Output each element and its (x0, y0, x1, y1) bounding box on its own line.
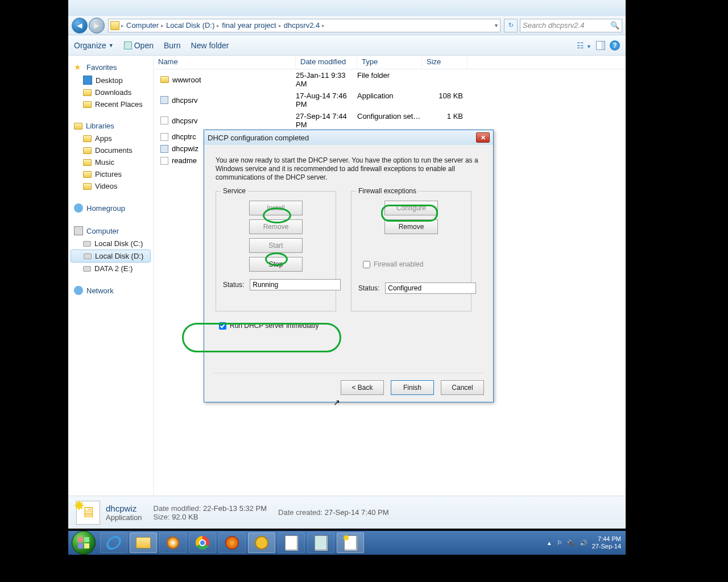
sidebar-item-desktop[interactable]: Desktop (71, 74, 151, 86)
taskbar-firefox[interactable] (218, 533, 246, 553)
col-size[interactable]: Size (422, 56, 468, 69)
file-icon (160, 157, 168, 165)
firewall-status-label: Status: (358, 284, 379, 292)
preview-pane-button[interactable] (596, 41, 605, 50)
col-date[interactable]: Date modified (296, 56, 357, 69)
desktop-icon (83, 76, 92, 85)
file-row[interactable]: wwwroot25-Jan-11 9:33 AMFile folder (154, 69, 626, 90)
folder-icon (110, 21, 119, 30)
sidebar-item-recent[interactable]: Recent Places (71, 98, 151, 110)
dialog-close-button[interactable]: ✕ (476, 132, 490, 143)
system-tray[interactable]: ▲ ⚐ 🔌 🔊 7:44 PM 27-Sep-14 (542, 535, 626, 550)
file-type-icon: ✸🖥 (76, 501, 100, 525)
network-icon (74, 286, 83, 295)
install-button[interactable]: Install (249, 201, 303, 215)
start-button[interactable]: Start (249, 238, 303, 253)
nav-back-button[interactable]: ◄ (72, 18, 88, 34)
nav-forward-button[interactable]: ► (89, 18, 105, 34)
disk-icon (84, 253, 92, 259)
new-folder-button[interactable]: New folder (191, 41, 229, 50)
ie-icon (105, 536, 123, 550)
column-headers[interactable]: Name Date modified Type Size (154, 56, 626, 69)
disk-icon (83, 241, 91, 247)
dhcp-config-dialog: DHCP configuration completed ✕ You are n… (204, 130, 494, 402)
breadcrumb-segment[interactable]: dhcpsrv2.4 (282, 21, 322, 30)
breadcrumb-segment[interactable]: Computer (124, 21, 161, 30)
svg-rect-2 (78, 543, 83, 548)
taskbar-explorer[interactable] (130, 533, 157, 553)
sidebar-item-pictures[interactable]: Pictures (71, 168, 151, 180)
svg-rect-3 (84, 543, 89, 548)
tray-volume-icon[interactable]: 🔊 (580, 539, 588, 547)
remove-service-button[interactable]: Remove (249, 219, 303, 234)
sidebar-libraries[interactable]: Libraries (71, 119, 151, 132)
taskbar-notepad[interactable] (278, 533, 305, 553)
address-dropdown-icon[interactable]: ▾ (493, 22, 500, 28)
explorer-nav-row: ◄ ► ▸ Computer ▸ Local Disk (D:) ▸ final… (68, 16, 626, 35)
sidebar-item-disk-d[interactable]: Local Disk (D:) (71, 250, 151, 263)
sidebar-homegroup[interactable]: Homegroup (71, 201, 151, 215)
tray-chevron-icon[interactable]: ▲ (547, 540, 552, 546)
taskbar-wmp[interactable] (159, 533, 187, 553)
sidebar-item-downloads[interactable]: Downloads (71, 86, 151, 98)
file-row[interactable]: dhcpsrv27-Sep-14 7:44 PMConfiguration se… (154, 110, 626, 131)
sidebar-item-documents[interactable]: Documents (71, 144, 151, 156)
run-immediately-label: Run DHCP server immediatly (230, 322, 319, 330)
address-bar[interactable]: ▸ Computer ▸ Local Disk (D:) ▸ final yea… (108, 19, 500, 32)
dialog-titlebar[interactable]: DHCP configuration completed ✕ (204, 130, 493, 145)
organize-menu[interactable]: Organize ▼ (74, 41, 114, 50)
tray-flag-icon[interactable]: ⚐ (557, 539, 562, 547)
paw-icon (255, 536, 268, 550)
service-legend: Service (221, 187, 248, 195)
star-icon: ★ (74, 63, 83, 72)
sidebar-item-disk-e[interactable]: DATA 2 (E:) (71, 263, 151, 275)
service-status-field (250, 279, 341, 290)
burn-button[interactable]: Burn (164, 41, 181, 50)
sidebar-item-disk-c[interactable]: Local Disk (C:) (71, 238, 151, 250)
start-button[interactable] (72, 531, 96, 555)
finish-button[interactable]: Finish (391, 380, 434, 395)
search-input[interactable]: Search dhcpsrv2.4 🔍 (520, 19, 622, 32)
remove-firewall-button[interactable]: Remove (384, 219, 438, 234)
taskbar-ie[interactable] (100, 533, 127, 553)
cancel-button[interactable]: Cancel (441, 380, 484, 395)
taskbar-dhcpwiz[interactable]: ✸ (337, 533, 364, 553)
dialog-message: You are now ready to start the DHCP serv… (216, 156, 482, 182)
search-icon: 🔍 (610, 21, 619, 30)
sidebar-item-videos[interactable]: Videos (71, 180, 151, 192)
open-icon (124, 41, 132, 49)
refresh-button[interactable]: ↻ (504, 19, 518, 32)
firewall-enabled-label: Firewall enabled (374, 260, 423, 268)
wizard-icon: ✸ (344, 535, 357, 550)
sidebar-favorites[interactable]: ★Favorites (71, 60, 151, 74)
col-type[interactable]: Type (357, 56, 422, 69)
breadcrumb-segment[interactable]: Local Disk (D:) (164, 21, 217, 30)
tray-power-icon[interactable]: 🔌 (567, 539, 575, 547)
firewall-status-field (385, 282, 476, 294)
file-icon (160, 96, 168, 104)
firewall-enabled-checkbox[interactable] (363, 261, 370, 268)
taskbar-app1[interactable] (248, 533, 275, 553)
tray-clock[interactable]: 7:44 PM 27-Sep-14 (592, 535, 621, 550)
svg-rect-0 (78, 537, 83, 542)
stop-button[interactable]: Stop (249, 257, 303, 272)
breadcrumb-segment[interactable]: final year project (220, 21, 278, 30)
view-options-button[interactable]: ☷ ▼ (577, 41, 592, 50)
help-icon[interactable]: ? (610, 40, 620, 51)
open-button[interactable]: Open (124, 41, 154, 50)
homegroup-icon (74, 203, 83, 213)
taskbar-chrome[interactable] (189, 533, 216, 553)
run-immediately-checkbox[interactable] (219, 322, 226, 330)
sidebar-computer[interactable]: Computer (71, 224, 151, 238)
back-button[interactable]: < Back (341, 380, 384, 395)
taskbar-app2[interactable] (307, 533, 334, 553)
computer-icon (74, 226, 83, 235)
sidebar-item-apps[interactable]: Apps (71, 132, 151, 144)
dialog-title: DHCP configuration completed (208, 134, 309, 142)
col-name[interactable]: Name (154, 56, 296, 69)
sidebar-network[interactable]: Network (71, 284, 151, 297)
configure-button[interactable]: Configure (384, 201, 438, 215)
search-placeholder: Search dhcpsrv2.4 (523, 21, 584, 30)
file-row[interactable]: dhcpsrv17-Aug-14 7:46 PMApplication108 K… (154, 90, 626, 110)
sidebar-item-music[interactable]: Music (71, 156, 151, 168)
